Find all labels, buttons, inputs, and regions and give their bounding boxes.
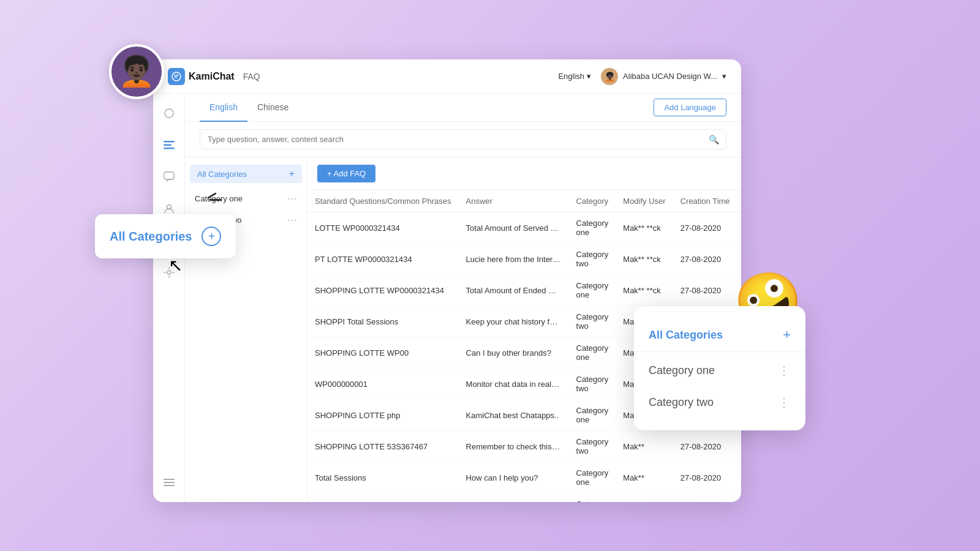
cell-answer: Monitor chat data in real time [459, 369, 569, 400]
cell-question: PT LOTTE WP0000321434 [307, 244, 459, 275]
user-avatar: 🧑🏿‍🦱 [601, 68, 618, 85]
svg-rect-9 [164, 482, 175, 483]
svg-rect-3 [164, 144, 172, 146]
allcat-card-label: All Categories [110, 230, 192, 244]
cell-modifier: Mak** **ck [616, 275, 673, 306]
cell-date: 27-08-2020 [673, 244, 737, 275]
cell-operate[interactable]: Edit [737, 244, 741, 275]
tabs-bar: English Chinese Add Language [185, 94, 741, 122]
user-selector[interactable]: 🧑🏿‍🦱 Alibaba UCAN Design W... ▾ [601, 68, 726, 85]
cell-category: Category one [569, 212, 616, 244]
cat-panel-item-one[interactable]: Category one ⋮ [634, 354, 805, 386]
search-icon: 🔍 [709, 135, 719, 144]
cell-category: Category one [569, 462, 616, 493]
svg-rect-2 [164, 141, 175, 143]
cell-question: LOTTE WP0000321434 [307, 212, 459, 244]
search-input[interactable] [200, 129, 726, 149]
tab-chinese[interactable]: Chinese [247, 94, 298, 122]
cell-modifier: Mak** [616, 462, 673, 493]
cat-panel-item-two-dots[interactable]: ⋮ [778, 395, 791, 410]
cell-operate[interactable]: Edit [737, 212, 741, 244]
cat-panel-all[interactable]: All Categories + [634, 318, 805, 352]
cat-panel-item-two[interactable]: Category two ⋮ [634, 386, 805, 418]
cat-panel-item-one-label: Category one [649, 364, 715, 377]
cell-category: Category one [569, 493, 616, 503]
add-faq-button[interactable]: + Add FAQ [317, 165, 375, 182]
cell-question: WP000000001 [307, 369, 459, 400]
cat-panel-item-one-dots[interactable]: ⋮ [778, 363, 791, 378]
cell-category: Category one [569, 275, 616, 306]
cell-date: 27-08-2020 [673, 462, 737, 493]
cell-answer: PT LOTTE SHOPPING INDONESIA [459, 493, 569, 503]
sidebar-icon-menu[interactable] [159, 473, 179, 492]
cell-answer: How can I help you? [459, 462, 569, 493]
cell-answer: KamiChat best Chatapps.. [459, 400, 569, 431]
table-row: LOTTE WP0000321434 Total Amount of Serve… [307, 212, 741, 244]
category-panel: All Categories + Category one ⋯ Category… [185, 157, 307, 502]
col-answer: Answer [459, 190, 569, 212]
cell-date: 27-08-2020 [673, 275, 737, 306]
table-row: PT LOTTE WP0000321434 Lucie here from th… [307, 244, 741, 275]
add-category-icon[interactable]: + [289, 168, 295, 179]
tab-english[interactable]: English [200, 94, 247, 122]
col-question: Standard Questions/Common Phrases [307, 190, 459, 212]
cat-panel-all-label: All Categories [649, 329, 723, 342]
section-label: FAQ [243, 72, 260, 81]
cell-modifier: Mak** **ck [616, 244, 673, 275]
kamichat-logo: KamiChat [168, 68, 235, 85]
cell-answer: Keep your chat history for a long [459, 306, 569, 337]
cell-answer: Remember to check this picture~😊 [459, 431, 569, 462]
logo-text: KamiChat [189, 71, 235, 82]
svg-point-0 [172, 72, 181, 81]
sidebar-icon-list[interactable] [159, 135, 179, 155]
cell-operate[interactable]: Edit [737, 431, 741, 462]
category-more-icon[interactable]: ⋯ [287, 193, 297, 204]
app-window: KamiChat FAQ English ▾ 🧑🏿‍🦱 Alibaba UCAN… [153, 59, 741, 502]
category-more-icon[interactable]: ⋯ [287, 214, 297, 226]
table-row: Online Service PT LOTTE SHOPPING INDONES… [307, 493, 741, 503]
cell-answer: Total Amount of Ended Sessions [459, 275, 569, 306]
cell-question: SHOPPING LOTTE WP0000321434 [307, 275, 459, 306]
cell-category: Category two [569, 306, 616, 337]
cell-answer: Total Amount of Served Customers [459, 212, 569, 244]
avatar-topleft: 🧑🏿‍🦱 [109, 44, 164, 99]
cell-category: Category two [569, 431, 616, 462]
table-row: SHOPPING LOTTE 53S367467 Remember to che… [307, 431, 741, 462]
cell-question: SHOPPING LOTTE 53S367467 [307, 431, 459, 462]
cell-date: 27-08-2020 [673, 212, 737, 244]
svg-rect-10 [164, 485, 175, 486]
cell-date: 27-08-2020 [673, 431, 737, 462]
add-language-button[interactable]: Add Language [654, 99, 726, 116]
cell-question: SHOPPING LOTTE php [307, 400, 459, 431]
svg-rect-5 [164, 172, 174, 179]
chevron-down-icon: ▾ [722, 72, 726, 81]
content-area: English Chinese Add Language 🔍 All Categ… [185, 94, 741, 502]
cell-modifier: Mak** [616, 493, 673, 503]
cursor-pointer: ↖ [168, 255, 183, 276]
language-selector[interactable]: English ▾ [558, 72, 591, 81]
search-area: 🔍 [185, 122, 741, 157]
svg-point-1 [165, 109, 173, 118]
logo-icon [168, 68, 185, 85]
app-header: KamiChat FAQ English ▾ 🧑🏿‍🦱 Alibaba UCAN… [153, 59, 741, 94]
cat-panel-plus-icon[interactable]: + [783, 327, 791, 343]
cell-answer: Lucie here from the Intercom sale [459, 244, 569, 275]
cell-category: Category two [569, 244, 616, 275]
cell-operate[interactable]: Edit [737, 462, 741, 493]
col-modifier: Modify User [616, 190, 673, 212]
sidebar-icon-chat[interactable] [159, 167, 179, 187]
all-categories-btn[interactable]: All Categories + [190, 165, 302, 183]
svg-rect-4 [164, 148, 175, 149]
cursor-decoration [209, 195, 222, 201]
sidebar-icon-home[interactable] [159, 103, 179, 123]
cell-modifier: Mak** [616, 431, 673, 462]
cell-question: SHOPPING LOTTE WP00 [307, 337, 459, 369]
table-row: SHOPPING LOTTE WP0000321434 Total Amount… [307, 275, 741, 306]
col-category: Category [569, 190, 616, 212]
cell-operate[interactable]: Edit [737, 493, 741, 503]
allcat-card-plus-btn[interactable]: + [202, 227, 221, 246]
col-date: Creation Time [673, 190, 737, 212]
category-item-one[interactable]: Category one ⋯ [185, 188, 307, 209]
svg-rect-8 [164, 479, 175, 480]
cell-category: Category two [569, 369, 616, 400]
